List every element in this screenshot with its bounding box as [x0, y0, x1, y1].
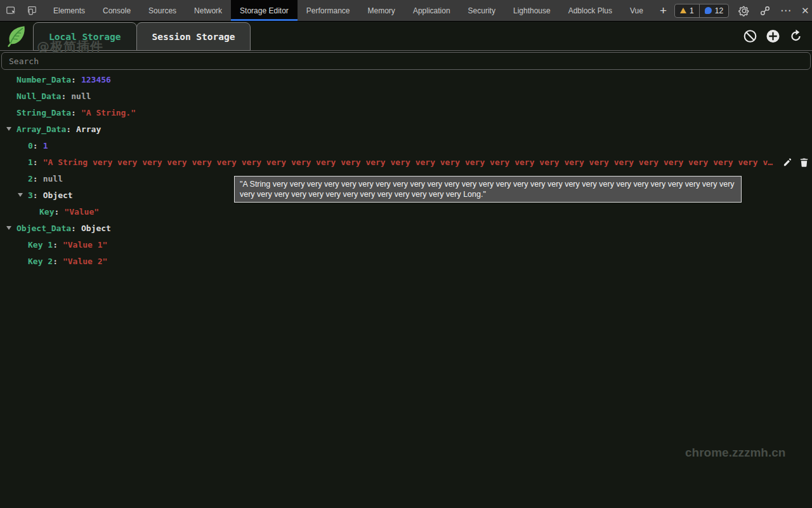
tree-row-number-data[interactable]: Number_Data 123456: [0, 71, 812, 88]
tab-adblock-plus[interactable]: Adblock Plus: [560, 0, 621, 21]
extension-logo-leaf-icon: [4, 23, 29, 48]
trash-icon: [799, 157, 809, 167]
more-tabs-button[interactable]: +: [652, 0, 674, 21]
tree-row-object-key2[interactable]: Key 2 "Value 2": [0, 253, 812, 269]
connected-nodes-button[interactable]: [759, 5, 771, 17]
tab-performance[interactable]: Performance: [298, 0, 359, 21]
devtools-right-controls: 1 12 ⋯ ✕: [674, 0, 812, 21]
site-watermark: chrome.zzzmh.cn: [685, 446, 785, 460]
tree-key: Key 2: [28, 257, 58, 266]
tab-console[interactable]: Console: [94, 0, 140, 21]
tree-row-nested-key[interactable]: Key "Value": [0, 203, 812, 220]
tree-value: null: [71, 91, 91, 101]
tab-network[interactable]: Network: [185, 0, 231, 21]
tree-row-array-1[interactable]: 1 "A String very very very very very ver…: [0, 154, 812, 170]
device-toolbar-button[interactable]: [25, 4, 38, 17]
tree-key: String_Data: [16, 108, 76, 117]
delete-value-button[interactable]: [799, 157, 809, 167]
tree-value: "Value 2": [63, 257, 107, 266]
tab-elements[interactable]: Elements: [44, 0, 94, 21]
tab-sources[interactable]: Sources: [140, 0, 185, 21]
clear-all-button[interactable]: [743, 29, 757, 43]
tree-key: 1: [28, 157, 38, 167]
expand-arrow-icon[interactable]: [6, 127, 11, 131]
tab-local-storage[interactable]: Local Storage: [33, 22, 137, 51]
tab-security[interactable]: Security: [459, 0, 504, 21]
inspect-cursor-icon: [6, 5, 17, 17]
tree-key: 3: [28, 190, 38, 200]
tree-row-object-key1[interactable]: Key 1 "Value 1": [0, 236, 812, 253]
chat-bubble-icon: [705, 7, 712, 14]
tree-value: null: [43, 174, 63, 184]
tree-key: Key 1: [28, 240, 58, 250]
storage-tree: Number_Data 123456 Null_Data null String…: [0, 71, 812, 269]
tree-key: Object_Data: [16, 224, 76, 233]
tree-value: Array: [76, 124, 101, 134]
edit-value-button[interactable]: [782, 157, 792, 167]
devtools-tab-bar: Elements Console Sources Network Storage…: [0, 0, 812, 22]
connected-nodes-icon: [759, 5, 771, 17]
storage-action-buttons: [743, 29, 803, 43]
tab-session-storage[interactable]: Session Storage: [136, 22, 251, 51]
refresh-icon: [789, 29, 803, 43]
console-status-badges[interactable]: 1 12: [674, 4, 729, 18]
messages-badge[interactable]: 12: [699, 4, 728, 17]
tree-row-array-data[interactable]: Array_Data Array: [0, 121, 812, 137]
expand-arrow-icon[interactable]: [18, 193, 23, 197]
plus-circle-icon: [766, 29, 780, 43]
tree-value: 123456: [81, 75, 111, 84]
tree-row-null-data[interactable]: Null_Data null: [0, 88, 812, 104]
tree-row-array-0[interactable]: 0 1: [0, 137, 812, 154]
tree-value: 1: [43, 141, 48, 150]
tab-vue[interactable]: Vue: [621, 0, 652, 21]
gear-icon: [738, 5, 750, 17]
more-options-button[interactable]: ⋯: [780, 4, 792, 17]
tree-key: 0: [28, 141, 38, 150]
devtools-panel-tabs: Elements Console Sources Network Storage…: [44, 0, 674, 21]
tree-key: Array_Data: [16, 124, 71, 134]
tree-key: Null_Data: [16, 91, 66, 101]
warning-triangle-icon: [680, 8, 686, 13]
warning-count: 1: [690, 6, 694, 15]
tree-value: "Value": [64, 207, 99, 217]
tree-value: Object: [43, 190, 73, 200]
search-input[interactable]: [1, 52, 811, 70]
close-devtools-button[interactable]: ✕: [801, 5, 809, 17]
tree-value: Object: [81, 224, 111, 233]
tree-key: 2: [28, 174, 38, 184]
tab-lighthouse[interactable]: Lighthouse: [504, 0, 560, 21]
device-toolbar-icon: [26, 5, 37, 17]
add-item-button[interactable]: [766, 29, 780, 43]
message-count: 12: [715, 6, 723, 15]
storage-type-tabs: Local Storage Session Storage: [33, 22, 251, 51]
tab-storage-editor[interactable]: Storage Editor: [231, 0, 298, 21]
tree-key: Key: [39, 207, 59, 217]
storage-editor-toolbar: Local Storage Session Storage: [0, 22, 812, 51]
tree-key: Number_Data: [16, 75, 76, 84]
value-tooltip: "A String very very very very very very …: [234, 176, 742, 203]
tree-value-long-string: "A String very very very very very very …: [43, 157, 777, 167]
tab-application[interactable]: Application: [404, 0, 459, 21]
settings-button[interactable]: [738, 5, 750, 17]
tree-value: "A String.": [81, 108, 136, 117]
warnings-badge[interactable]: 1: [675, 4, 699, 17]
expand-arrow-icon[interactable]: [6, 226, 11, 230]
devtools-left-icons: [0, 0, 44, 21]
tab-memory[interactable]: Memory: [359, 0, 404, 21]
inspect-element-button[interactable]: [5, 4, 18, 17]
tree-row-string-data[interactable]: String_Data "A String.": [0, 104, 812, 121]
tree-row-object-data[interactable]: Object_Data Object: [0, 220, 812, 236]
row-actions: [777, 157, 812, 167]
pencil-icon: [783, 157, 792, 167]
refresh-button[interactable]: [789, 29, 803, 43]
circle-slash-icon: [743, 29, 757, 43]
tree-value: "Value 1": [63, 240, 107, 250]
